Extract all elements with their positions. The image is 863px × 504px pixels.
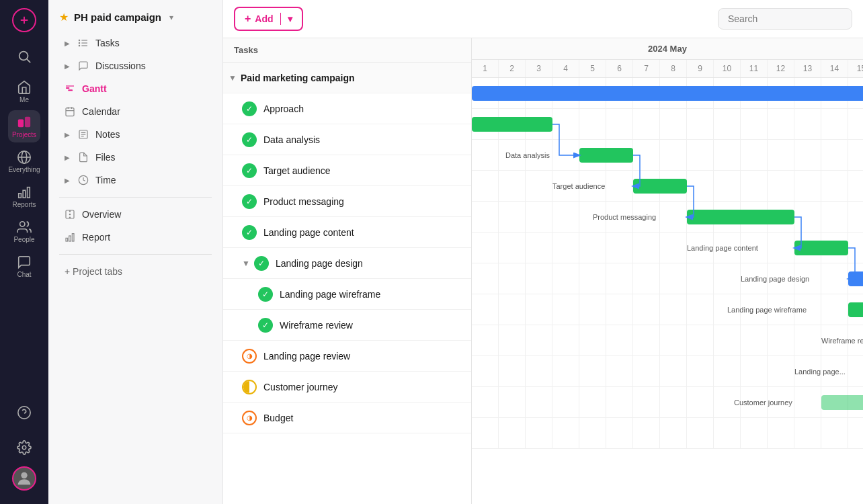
day-header-10: 10: [714, 60, 741, 77]
status-badge-done: ✓: [242, 163, 257, 178]
status-badge-done: ✓: [242, 225, 257, 240]
table-row: ✓ Wireframe review: [223, 310, 471, 341]
svg-rect-9: [19, 193, 22, 197]
gantt-chart-row: [472, 418, 863, 449]
table-row: ◑ Budget: [223, 403, 471, 433]
overview-label: Overview: [82, 209, 121, 220]
day-header-6: 6: [606, 60, 633, 77]
gantt-bar: [579, 148, 633, 163]
table-row: ▼ Paid marketing campaign: [223, 62, 471, 93]
nav-discussions[interactable]: ▶ Discussions: [54, 55, 217, 77]
nav-gantt[interactable]: Gantt: [54, 78, 217, 99]
sidebar-item-reports[interactable]: Reports: [8, 180, 40, 212]
status-badge-partial: [242, 380, 257, 394]
status-badge-done: ✓: [258, 318, 273, 333]
settings-button[interactable]: [8, 431, 40, 464]
everything-label: Everything: [8, 166, 40, 173]
row-label: Wireframe review: [280, 320, 353, 331]
gantt-chart-row: Wireframe re...: [472, 325, 863, 356]
gantt-bar: [848, 302, 863, 317]
svg-point-22: [79, 45, 79, 46]
top-bar: + Add ▾: [223, 0, 863, 38]
sidebar-item-me[interactable]: Me: [8, 75, 40, 108]
table-row: ✓ Approach: [223, 93, 471, 124]
day-header-12: 12: [768, 60, 794, 77]
gantt-header: 2024 May 1234567891011121314151617: [472, 38, 863, 78]
help-button[interactable]: [8, 396, 40, 429]
expand-group-btn[interactable]: ▼: [242, 259, 250, 268]
sidebar-item-everything[interactable]: Everything: [8, 145, 40, 177]
row-label: Landing page wireframe: [280, 289, 380, 300]
status-badge-in-progress: ◑: [242, 411, 257, 425]
expand-arrow-notes: ▶: [65, 131, 70, 138]
project-header[interactable]: ★ PH paid campaign ▾: [48, 0, 222, 32]
gantt-icon: [65, 83, 75, 94]
gantt-month: 2024 May: [472, 38, 863, 60]
time-icon: [78, 175, 89, 185]
global-search-button[interactable]: [8, 40, 40, 73]
gantt-chart-row: [472, 78, 863, 109]
svg-rect-11: [28, 187, 30, 198]
nav-tasks[interactable]: ▶ Tasks: [54, 32, 217, 54]
expand-arrow-tasks: ▶: [65, 40, 70, 47]
gantt-chart-row: Landing page...: [472, 356, 863, 387]
tasks-label: Tasks: [95, 38, 120, 48]
svg-rect-5: [25, 116, 30, 127]
nav-notes[interactable]: ▶ Notes: [54, 124, 217, 145]
gantt-chart-row: Landing page content: [472, 233, 863, 263]
nav-report[interactable]: Report: [54, 226, 217, 248]
discussions-icon: [78, 60, 89, 71]
nav-divider-2: [59, 254, 212, 255]
row-label: Budget: [263, 413, 293, 423]
gantt-chart-row: Data analysis: [472, 140, 863, 171]
status-badge-done: ✓: [242, 132, 257, 147]
gantt-month-label: 2024 May: [648, 44, 687, 54]
user-avatar[interactable]: [12, 466, 36, 491]
report-icon: [65, 232, 75, 243]
add-button[interactable]: + Add ▾: [234, 7, 303, 31]
add-btn-divider: [280, 13, 281, 25]
add-new-button[interactable]: [12, 8, 36, 32]
reports-label: Reports: [12, 201, 36, 208]
files-label: Files: [95, 152, 116, 163]
svg-rect-40: [69, 236, 71, 241]
expand-group-btn[interactable]: ▼: [229, 73, 237, 83]
gantt-chart-panel[interactable]: 2024 May 1234567891011121314151617 Data …: [472, 38, 863, 504]
svg-point-37: [69, 217, 70, 218]
day-header-11: 11: [741, 60, 768, 77]
day-header-7: 7: [633, 60, 660, 77]
nav-time[interactable]: ▶ Time: [54, 169, 217, 191]
row-label: Product messaging: [263, 196, 344, 207]
gantt-chart-row: Customer journey: [472, 387, 863, 418]
project-star-icon: ★: [59, 11, 69, 24]
day-header-8: 8: [660, 60, 687, 77]
sidebar-item-projects[interactable]: Projects: [8, 110, 40, 142]
add-project-tabs-button[interactable]: + Project tabs: [54, 261, 217, 282]
status-badge-done: ✓: [242, 194, 257, 209]
add-chevron-icon: ▾: [288, 13, 292, 24]
gantt-chart-row: Product messaging: [472, 202, 863, 233]
gantt-chart-row: Landing page wireframe: [472, 294, 863, 325]
sidebar-item-chat[interactable]: Chat: [8, 250, 40, 282]
nav-overview[interactable]: Overview: [54, 204, 217, 225]
report-label: Report: [82, 232, 110, 243]
table-row: ▼ ✓ Landing page design: [223, 248, 471, 279]
nav-files[interactable]: ▶ Files: [54, 146, 217, 168]
sidebar-item-people[interactable]: People: [8, 215, 40, 247]
expand-arrow-files: ▶: [65, 154, 70, 161]
projects-label: Projects: [12, 131, 36, 138]
table-row: ◑ Landing page review: [223, 341, 471, 372]
overview-icon: [65, 209, 75, 220]
nav-calendar[interactable]: Calendar: [54, 101, 217, 122]
day-header-15: 15: [848, 60, 863, 77]
svg-line-3: [27, 59, 30, 62]
search-input[interactable]: [718, 8, 852, 30]
project-chevron-icon: ▾: [169, 13, 173, 22]
gantt-chart-row: Landing page design: [472, 263, 863, 294]
day-header-1: 1: [472, 60, 499, 77]
row-label: Customer journey: [263, 382, 338, 392]
nav-divider: [59, 197, 212, 198]
day-header-3: 3: [526, 60, 552, 77]
row-label: Landing page design: [276, 258, 363, 269]
table-row: ✓ Landing page wireframe: [223, 279, 471, 310]
